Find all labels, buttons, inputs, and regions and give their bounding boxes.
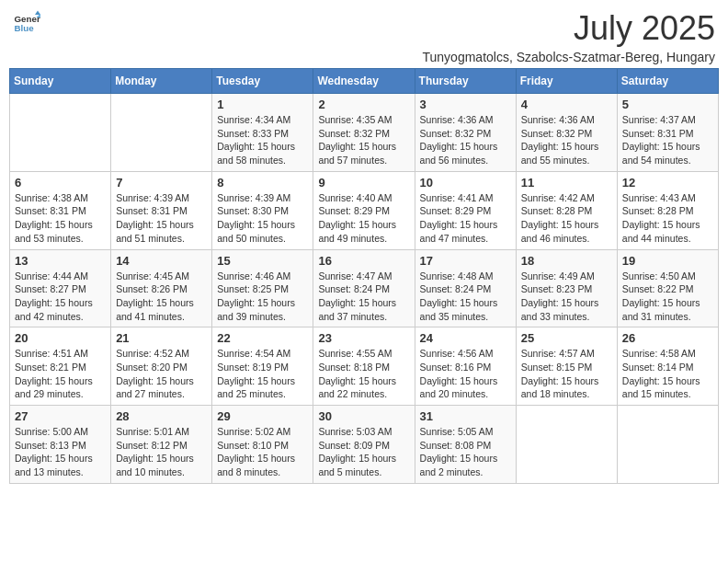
day-number: 20 — [15, 331, 106, 345]
day-detail: Sunrise: 5:02 AM Sunset: 8:10 PM Dayligh… — [217, 425, 308, 479]
svg-text:Blue: Blue — [15, 23, 35, 33]
calendar-cell: 18Sunrise: 4:49 AM Sunset: 8:23 PM Dayli… — [516, 249, 617, 327]
day-detail: Sunrise: 4:43 AM Sunset: 8:28 PM Dayligh… — [622, 191, 713, 246]
day-detail: Sunrise: 4:48 AM Sunset: 8:24 PM Dayligh… — [420, 270, 511, 324]
day-number: 28 — [116, 409, 207, 423]
day-detail: Sunrise: 4:36 AM Sunset: 8:32 PM Dayligh… — [521, 113, 612, 167]
calendar-cell: 11Sunrise: 4:42 AM Sunset: 8:28 PM Dayli… — [516, 171, 617, 249]
calendar-body: 1Sunrise: 4:34 AM Sunset: 8:33 PM Daylig… — [10, 94, 719, 484]
day-detail: Sunrise: 4:42 AM Sunset: 8:28 PM Dayligh… — [521, 191, 612, 246]
calendar-cell: 6Sunrise: 4:38 AM Sunset: 8:31 PM Daylig… — [10, 171, 111, 249]
day-number: 18 — [521, 254, 612, 268]
day-detail: Sunrise: 4:46 AM Sunset: 8:25 PM Dayligh… — [217, 270, 308, 324]
day-number: 30 — [318, 409, 409, 423]
day-number: 24 — [420, 331, 511, 345]
day-detail: Sunrise: 4:51 AM Sunset: 8:21 PM Dayligh… — [15, 347, 106, 401]
calendar-cell — [617, 406, 718, 484]
day-detail: Sunrise: 4:55 AM Sunset: 8:18 PM Dayligh… — [318, 347, 409, 401]
day-detail: Sunrise: 5:01 AM Sunset: 8:12 PM Dayligh… — [116, 425, 207, 479]
day-detail: Sunrise: 4:39 AM Sunset: 8:30 PM Dayligh… — [217, 191, 308, 246]
day-number: 19 — [622, 254, 713, 268]
calendar-cell: 13Sunrise: 4:44 AM Sunset: 8:27 PM Dayli… — [10, 249, 111, 327]
calendar-cell: 7Sunrise: 4:39 AM Sunset: 8:31 PM Daylig… — [111, 171, 212, 249]
day-detail: Sunrise: 4:34 AM Sunset: 8:33 PM Dayligh… — [217, 113, 308, 167]
weekday-header-cell: Friday — [516, 69, 617, 94]
day-detail: Sunrise: 4:50 AM Sunset: 8:22 PM Dayligh… — [622, 270, 713, 324]
weekday-header-cell: Wednesday — [313, 69, 415, 94]
day-number: 12 — [622, 176, 713, 190]
day-detail: Sunrise: 4:45 AM Sunset: 8:26 PM Dayligh… — [116, 270, 207, 324]
day-number: 6 — [15, 176, 106, 190]
logo-icon: General Blue — [13, 9, 40, 37]
day-detail: Sunrise: 4:58 AM Sunset: 8:14 PM Dayligh… — [622, 347, 713, 401]
day-number: 23 — [318, 331, 409, 345]
day-detail: Sunrise: 4:36 AM Sunset: 8:32 PM Dayligh… — [420, 113, 511, 167]
day-number: 26 — [622, 331, 713, 345]
day-detail: Sunrise: 4:52 AM Sunset: 8:20 PM Dayligh… — [116, 347, 207, 401]
weekday-header-cell: Thursday — [415, 69, 516, 94]
weekday-header-cell: Saturday — [617, 69, 718, 94]
calendar-cell: 26Sunrise: 4:58 AM Sunset: 8:14 PM Dayli… — [617, 327, 718, 406]
logo: General Blue — [13, 9, 40, 37]
day-number: 5 — [622, 98, 713, 111]
calendar-cell: 21Sunrise: 4:52 AM Sunset: 8:20 PM Dayli… — [111, 327, 212, 406]
calendar-cell: 16Sunrise: 4:47 AM Sunset: 8:24 PM Dayli… — [313, 249, 415, 327]
day-detail: Sunrise: 5:03 AM Sunset: 8:09 PM Dayligh… — [318, 425, 409, 479]
weekday-header-cell: Sunday — [10, 69, 111, 94]
day-detail: Sunrise: 5:05 AM Sunset: 8:08 PM Dayligh… — [420, 425, 511, 479]
day-number: 15 — [217, 254, 308, 268]
day-detail: Sunrise: 4:38 AM Sunset: 8:31 PM Dayligh… — [15, 191, 106, 246]
day-number: 25 — [521, 331, 612, 345]
calendar-cell: 29Sunrise: 5:02 AM Sunset: 8:10 PM Dayli… — [212, 406, 313, 484]
day-number: 29 — [217, 409, 308, 423]
calendar-cell — [10, 94, 111, 172]
day-number: 31 — [420, 409, 511, 423]
svg-text:General: General — [15, 14, 41, 24]
calendar-cell: 12Sunrise: 4:43 AM Sunset: 8:28 PM Dayli… — [617, 171, 718, 249]
day-number: 17 — [420, 254, 511, 268]
calendar-week-row: 13Sunrise: 4:44 AM Sunset: 8:27 PM Dayli… — [10, 249, 719, 327]
day-number: 8 — [217, 176, 308, 190]
calendar-cell — [516, 406, 617, 484]
title-area: July 2025 Tunyogmatolcs, Szabolcs-Szatma… — [423, 9, 716, 64]
day-detail: Sunrise: 4:35 AM Sunset: 8:32 PM Dayligh… — [318, 113, 409, 167]
calendar-cell: 31Sunrise: 5:05 AM Sunset: 8:08 PM Dayli… — [415, 406, 516, 484]
day-detail: Sunrise: 4:41 AM Sunset: 8:29 PM Dayligh… — [420, 191, 511, 246]
svg-marker-2 — [35, 11, 40, 16]
calendar-cell: 5Sunrise: 4:37 AM Sunset: 8:31 PM Daylig… — [617, 94, 718, 172]
day-detail: Sunrise: 4:49 AM Sunset: 8:23 PM Dayligh… — [521, 270, 612, 324]
day-number: 27 — [15, 409, 106, 423]
calendar-cell: 17Sunrise: 4:48 AM Sunset: 8:24 PM Dayli… — [415, 249, 516, 327]
calendar-cell: 9Sunrise: 4:40 AM Sunset: 8:29 PM Daylig… — [313, 171, 415, 249]
day-number: 9 — [318, 176, 409, 190]
day-detail: Sunrise: 5:00 AM Sunset: 8:13 PM Dayligh… — [15, 425, 106, 479]
header-area: General Blue July 2025 Tunyogmatolcs, Sz… — [9, 9, 719, 64]
subtitle: Tunyogmatolcs, Szabolcs-Szatmar-Bereg, H… — [423, 50, 716, 64]
calendar-cell: 30Sunrise: 5:03 AM Sunset: 8:09 PM Dayli… — [313, 406, 415, 484]
calendar-cell: 3Sunrise: 4:36 AM Sunset: 8:32 PM Daylig… — [415, 94, 516, 172]
calendar-cell: 23Sunrise: 4:55 AM Sunset: 8:18 PM Dayli… — [313, 327, 415, 406]
day-number: 1 — [217, 98, 308, 111]
calendar-cell: 14Sunrise: 4:45 AM Sunset: 8:26 PM Dayli… — [111, 249, 212, 327]
day-number: 22 — [217, 331, 308, 345]
calendar-cell: 22Sunrise: 4:54 AM Sunset: 8:19 PM Dayli… — [212, 327, 313, 406]
calendar-cell: 25Sunrise: 4:57 AM Sunset: 8:15 PM Dayli… — [516, 327, 617, 406]
calendar-week-row: 20Sunrise: 4:51 AM Sunset: 8:21 PM Dayli… — [10, 327, 719, 406]
calendar: SundayMondayTuesdayWednesdayThursdayFrid… — [9, 68, 719, 484]
day-number: 3 — [420, 98, 511, 111]
day-detail: Sunrise: 4:44 AM Sunset: 8:27 PM Dayligh… — [15, 270, 106, 324]
calendar-cell: 19Sunrise: 4:50 AM Sunset: 8:22 PM Dayli… — [617, 249, 718, 327]
calendar-cell: 27Sunrise: 5:00 AM Sunset: 8:13 PM Dayli… — [10, 406, 111, 484]
calendar-cell: 28Sunrise: 5:01 AM Sunset: 8:12 PM Dayli… — [111, 406, 212, 484]
weekday-header-row: SundayMondayTuesdayWednesdayThursdayFrid… — [10, 69, 719, 94]
month-title: July 2025 — [423, 9, 716, 48]
day-detail: Sunrise: 4:57 AM Sunset: 8:15 PM Dayligh… — [521, 347, 612, 401]
calendar-cell: 2Sunrise: 4:35 AM Sunset: 8:32 PM Daylig… — [313, 94, 415, 172]
calendar-week-row: 1Sunrise: 4:34 AM Sunset: 8:33 PM Daylig… — [10, 94, 719, 172]
calendar-cell: 10Sunrise: 4:41 AM Sunset: 8:29 PM Dayli… — [415, 171, 516, 249]
calendar-cell: 24Sunrise: 4:56 AM Sunset: 8:16 PM Dayli… — [415, 327, 516, 406]
calendar-cell: 20Sunrise: 4:51 AM Sunset: 8:21 PM Dayli… — [10, 327, 111, 406]
calendar-week-row: 27Sunrise: 5:00 AM Sunset: 8:13 PM Dayli… — [10, 406, 719, 484]
day-number: 10 — [420, 176, 511, 190]
calendar-week-row: 6Sunrise: 4:38 AM Sunset: 8:31 PM Daylig… — [10, 171, 719, 249]
